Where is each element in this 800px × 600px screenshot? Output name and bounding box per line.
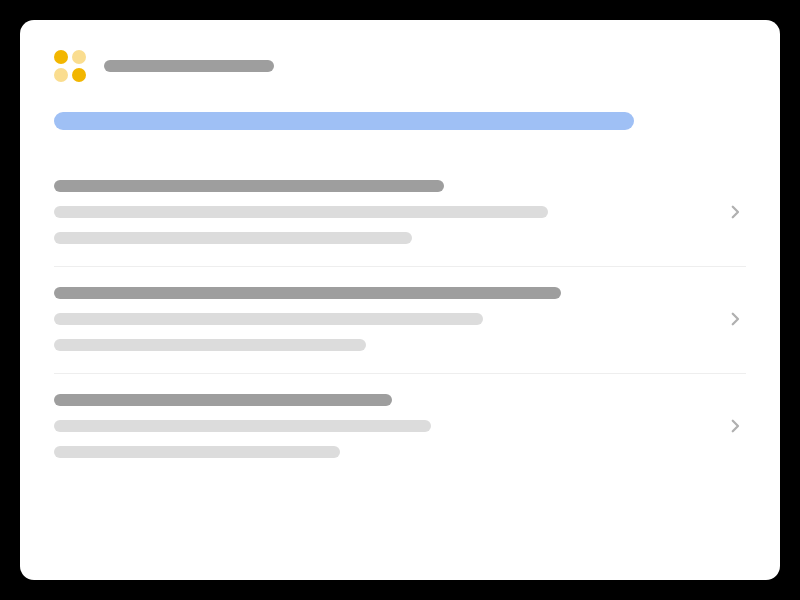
dot-icon xyxy=(72,50,86,64)
chevron-right-icon xyxy=(724,308,746,330)
dot-icon xyxy=(54,50,68,64)
list-item-text xyxy=(54,394,704,458)
item-subtitle xyxy=(54,446,340,458)
card xyxy=(20,20,780,580)
list-item[interactable] xyxy=(54,374,746,480)
item-subtitle xyxy=(54,206,548,218)
chevron-right-icon xyxy=(724,415,746,437)
item-title xyxy=(54,394,392,406)
item-subtitle xyxy=(54,339,366,351)
result-list xyxy=(54,160,746,480)
list-item-text xyxy=(54,180,704,244)
item-title xyxy=(54,287,561,299)
item-subtitle xyxy=(54,232,412,244)
item-title xyxy=(54,180,444,192)
list-item[interactable] xyxy=(54,160,746,267)
header xyxy=(54,50,746,82)
list-item-text xyxy=(54,287,704,351)
dot-icon xyxy=(72,68,86,82)
chevron-right-icon xyxy=(724,201,746,223)
item-subtitle xyxy=(54,420,431,432)
page-title xyxy=(104,60,274,72)
dot-icon xyxy=(54,68,68,82)
list-item[interactable] xyxy=(54,267,746,374)
highlight-bar[interactable] xyxy=(54,112,634,130)
item-subtitle xyxy=(54,313,483,325)
app-dots-icon xyxy=(54,50,86,82)
